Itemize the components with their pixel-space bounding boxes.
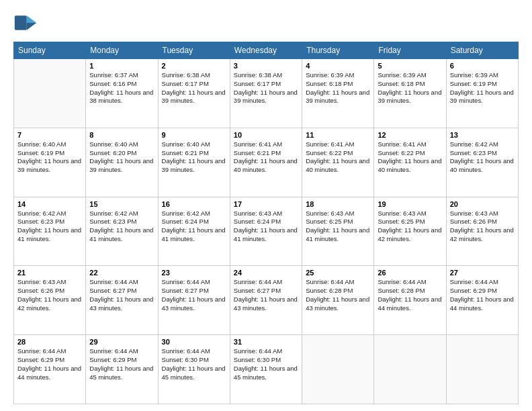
calendar-header-tuesday: Tuesday xyxy=(158,42,230,59)
cell-info: Sunrise: 6:41 AMSunset: 6:22 PMDaylight:… xyxy=(378,140,442,175)
day-number: 11 xyxy=(306,131,370,139)
cell-info: Sunrise: 6:44 AMSunset: 6:29 PMDaylight:… xyxy=(89,347,154,381)
day-number: 30 xyxy=(162,338,226,346)
cell-info: Sunrise: 6:43 AMSunset: 6:25 PMDaylight:… xyxy=(378,210,442,244)
day-number: 26 xyxy=(378,269,442,277)
day-number: 5 xyxy=(378,62,442,70)
calendar-header-sunday: Sunday xyxy=(14,42,86,59)
calendar-cell: 17Sunrise: 6:43 AMSunset: 6:24 PMDayligh… xyxy=(230,197,302,266)
cell-info: Sunrise: 6:43 AMSunset: 6:25 PMDaylight:… xyxy=(306,210,370,244)
calendar-cell xyxy=(14,59,86,128)
calendar-week-1: 1Sunrise: 6:37 AMSunset: 6:16 PMDaylight… xyxy=(14,59,519,128)
calendar-cell: 16Sunrise: 6:42 AMSunset: 6:24 PMDayligh… xyxy=(158,197,230,266)
calendar-week-2: 7Sunrise: 6:40 AMSunset: 6:19 PMDaylight… xyxy=(14,128,519,197)
calendar-cell: 9Sunrise: 6:40 AMSunset: 6:21 PMDaylight… xyxy=(158,128,230,197)
day-number: 8 xyxy=(89,131,154,139)
day-number: 23 xyxy=(162,269,226,277)
calendar-cell: 31Sunrise: 6:44 AMSunset: 6:30 PMDayligh… xyxy=(230,335,302,404)
calendar-cell: 23Sunrise: 6:44 AMSunset: 6:27 PMDayligh… xyxy=(158,266,230,335)
cell-info: Sunrise: 6:37 AMSunset: 6:16 PMDaylight:… xyxy=(89,71,154,105)
calendar: SundayMondayTuesdayWednesdayThursdayFrid… xyxy=(13,42,519,404)
cell-info: Sunrise: 6:44 AMSunset: 6:29 PMDaylight:… xyxy=(450,278,515,312)
calendar-cell xyxy=(374,335,446,404)
cell-info: Sunrise: 6:44 AMSunset: 6:29 PMDaylight:… xyxy=(17,347,82,381)
calendar-cell: 14Sunrise: 6:42 AMSunset: 6:23 PMDayligh… xyxy=(14,197,86,266)
day-number: 31 xyxy=(234,338,298,346)
cell-info: Sunrise: 6:41 AMSunset: 6:22 PMDaylight:… xyxy=(306,140,370,175)
calendar-cell: 19Sunrise: 6:43 AMSunset: 6:25 PMDayligh… xyxy=(374,197,446,266)
cell-info: Sunrise: 6:42 AMSunset: 6:23 PMDaylight:… xyxy=(17,210,82,244)
calendar-header-monday: Monday xyxy=(86,42,158,59)
day-number: 14 xyxy=(17,200,82,208)
cell-info: Sunrise: 6:42 AMSunset: 6:23 PMDaylight:… xyxy=(89,210,154,244)
cell-info: Sunrise: 6:40 AMSunset: 6:21 PMDaylight:… xyxy=(162,140,226,175)
calendar-header-saturday: Saturday xyxy=(446,42,518,59)
cell-info: Sunrise: 6:42 AMSunset: 6:23 PMDaylight:… xyxy=(450,140,515,175)
calendar-cell: 30Sunrise: 6:44 AMSunset: 6:30 PMDayligh… xyxy=(158,335,230,404)
calendar-cell: 12Sunrise: 6:41 AMSunset: 6:22 PMDayligh… xyxy=(374,128,446,197)
calendar-cell: 10Sunrise: 6:41 AMSunset: 6:21 PMDayligh… xyxy=(230,128,302,197)
day-number: 18 xyxy=(306,200,370,208)
calendar-cell: 25Sunrise: 6:44 AMSunset: 6:28 PMDayligh… xyxy=(302,266,374,335)
day-number: 27 xyxy=(450,269,515,277)
calendar-cell: 15Sunrise: 6:42 AMSunset: 6:23 PMDayligh… xyxy=(86,197,158,266)
cell-info: Sunrise: 6:44 AMSunset: 6:28 PMDaylight:… xyxy=(306,278,370,312)
svg-rect-0 xyxy=(15,15,27,30)
day-number: 4 xyxy=(306,62,370,70)
day-number: 10 xyxy=(234,131,298,139)
cell-info: Sunrise: 6:44 AMSunset: 6:27 PMDaylight:… xyxy=(162,278,226,312)
cell-info: Sunrise: 6:44 AMSunset: 6:30 PMDaylight:… xyxy=(162,347,226,381)
cell-info: Sunrise: 6:38 AMSunset: 6:17 PMDaylight:… xyxy=(162,71,226,105)
day-number: 28 xyxy=(17,338,82,346)
calendar-cell: 26Sunrise: 6:44 AMSunset: 6:28 PMDayligh… xyxy=(374,266,446,335)
cell-info: Sunrise: 6:42 AMSunset: 6:24 PMDaylight:… xyxy=(162,210,226,244)
day-number: 19 xyxy=(378,200,442,208)
cell-info: Sunrise: 6:41 AMSunset: 6:21 PMDaylight:… xyxy=(234,140,298,175)
day-number: 17 xyxy=(234,200,298,208)
day-number: 2 xyxy=(162,62,226,70)
calendar-header-row: SundayMondayTuesdayWednesdayThursdayFrid… xyxy=(14,42,519,59)
calendar-cell: 5Sunrise: 6:39 AMSunset: 6:18 PMDaylight… xyxy=(374,59,446,128)
cell-info: Sunrise: 6:44 AMSunset: 6:27 PMDaylight:… xyxy=(89,278,154,312)
cell-info: Sunrise: 6:43 AMSunset: 6:24 PMDaylight:… xyxy=(234,210,298,244)
day-number: 16 xyxy=(162,200,226,208)
calendar-cell: 11Sunrise: 6:41 AMSunset: 6:22 PMDayligh… xyxy=(302,128,374,197)
day-number: 6 xyxy=(450,62,515,70)
logo xyxy=(13,11,42,35)
calendar-cell: 29Sunrise: 6:44 AMSunset: 6:29 PMDayligh… xyxy=(86,335,158,404)
day-number: 9 xyxy=(162,131,226,139)
day-number: 29 xyxy=(89,338,154,346)
cell-info: Sunrise: 6:39 AMSunset: 6:18 PMDaylight:… xyxy=(306,71,370,105)
cell-info: Sunrise: 6:44 AMSunset: 6:28 PMDaylight:… xyxy=(378,278,442,312)
calendar-week-4: 21Sunrise: 6:43 AMSunset: 6:26 PMDayligh… xyxy=(14,266,519,335)
calendar-cell: 20Sunrise: 6:43 AMSunset: 6:26 PMDayligh… xyxy=(446,197,518,266)
cell-info: Sunrise: 6:39 AMSunset: 6:18 PMDaylight:… xyxy=(378,71,442,105)
calendar-cell xyxy=(446,335,518,404)
cell-info: Sunrise: 6:38 AMSunset: 6:17 PMDaylight:… xyxy=(234,71,298,105)
calendar-cell: 1Sunrise: 6:37 AMSunset: 6:16 PMDaylight… xyxy=(86,59,158,128)
day-number: 3 xyxy=(234,62,298,70)
calendar-cell: 18Sunrise: 6:43 AMSunset: 6:25 PMDayligh… xyxy=(302,197,374,266)
calendar-cell: 27Sunrise: 6:44 AMSunset: 6:29 PMDayligh… xyxy=(446,266,518,335)
calendar-cell xyxy=(302,335,374,404)
logo-icon xyxy=(13,11,38,35)
calendar-cell: 21Sunrise: 6:43 AMSunset: 6:26 PMDayligh… xyxy=(14,266,86,335)
cell-info: Sunrise: 6:44 AMSunset: 6:30 PMDaylight:… xyxy=(234,347,298,381)
day-number: 21 xyxy=(17,269,82,277)
calendar-header-wednesday: Wednesday xyxy=(230,42,302,59)
calendar-cell: 6Sunrise: 6:39 AMSunset: 6:19 PMDaylight… xyxy=(446,59,518,128)
day-number: 15 xyxy=(89,200,154,208)
cell-info: Sunrise: 6:40 AMSunset: 6:19 PMDaylight:… xyxy=(17,140,82,175)
day-number: 12 xyxy=(378,131,442,139)
cell-info: Sunrise: 6:44 AMSunset: 6:27 PMDaylight:… xyxy=(234,278,298,312)
header xyxy=(13,11,519,35)
cell-info: Sunrise: 6:39 AMSunset: 6:19 PMDaylight:… xyxy=(450,71,515,105)
day-number: 22 xyxy=(89,269,154,277)
calendar-cell: 24Sunrise: 6:44 AMSunset: 6:27 PMDayligh… xyxy=(230,266,302,335)
calendar-cell: 28Sunrise: 6:44 AMSunset: 6:29 PMDayligh… xyxy=(14,335,86,404)
day-number: 20 xyxy=(450,200,515,208)
calendar-cell: 3Sunrise: 6:38 AMSunset: 6:17 PMDaylight… xyxy=(230,59,302,128)
day-number: 1 xyxy=(89,62,154,70)
day-number: 25 xyxy=(306,269,370,277)
calendar-cell: 13Sunrise: 6:42 AMSunset: 6:23 PMDayligh… xyxy=(446,128,518,197)
